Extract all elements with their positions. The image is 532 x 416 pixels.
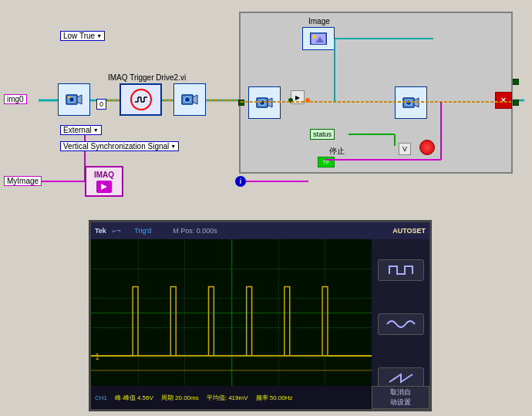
status-area: → status [310,129,322,140]
v-indicator: V [399,143,411,155]
status-box: status [310,129,335,140]
osc-trigger-status: Trig'd [134,227,151,235]
osc-bottom-bar: CH1 峰-峰值 4.56V 周期 20.00ms 平均值: 419mV 频率 … [91,386,372,409]
img0-label: img0 [4,94,27,104]
camera-block-2 [173,83,206,116]
osc-peak-peak: 峰-峰值 4.56V [115,394,153,402]
tf-indicator: TF [318,157,335,167]
osc-header: Tek ⌐¬ Trig'd M Pos: 0.000s AUTOSET [91,222,429,239]
osc-position: M Pos: 0.000s [173,227,217,235]
osc-waveform-svg: 1 [91,239,372,386]
osc-screen: 1 [91,239,372,386]
oscilloscope-display: Tek ⌐¬ Trig'd M Pos: 0.000s AUTOSET [89,220,432,411]
osc-autoset-label: AUTOSET [392,227,426,235]
svg-marker-37 [268,98,272,107]
loop-panel: Image ▶ [239,12,513,174]
image-display-block [302,27,335,50]
play-dot-left [288,98,293,103]
imaq-block: IMAQ [85,166,123,197]
external-dropdown[interactable]: External [60,125,102,135]
svg-point-34 [312,35,316,39]
svg-marker-30 [193,95,197,104]
info-icon: i [235,176,246,187]
low-true-dropdown[interactable]: Low True [60,31,105,41]
osc-square-wave-btn[interactable] [378,259,424,281]
svg-marker-19 [77,95,82,104]
camera-block-1 [58,83,90,116]
trigger-circle [130,89,152,110]
loop-terminal-right-2 [513,79,519,85]
osc-channel-label: Tek [95,227,106,235]
play-dot-right [305,98,310,103]
trigger-vi-block [120,83,162,116]
zero-indicator: 0 [96,99,106,110]
svg-point-36 [260,100,265,106]
osc-freq: 频率 50.00Hz [256,394,293,402]
osc-right-panel [372,239,429,409]
svg-text:1: 1 [95,352,99,362]
stop-label: 停止 [329,146,345,157]
osc-period: 周期 20.00ms [161,394,199,402]
block-diagram: img0 Low True IMAQ Trigger Drive2.vi 0 [0,0,532,216]
image-label: Image [308,17,330,25]
osc-sine-wave-btn[interactable] [378,313,424,335]
vertical-sync-dropdown[interactable]: Vertical Synchronization Signal [60,141,179,151]
svg-marker-31 [101,184,107,190]
osc-waveform-icon: ⌐¬ [113,227,121,235]
svg-point-29 [185,97,190,103]
osc-ch1-label: CH1 [95,394,107,401]
svg-rect-20 [68,96,70,98]
record-button[interactable] [419,140,435,155]
loop-terminal-right-1 [513,100,519,106]
stop-x-button[interactable]: ✕ [495,92,512,109]
my-image-label: MyImage [4,176,42,186]
autoset-cancel-button[interactable]: 取消自 动设置 [372,386,429,409]
camera-block-4 [395,86,427,119]
loop-terminal-left-1 [238,100,244,106]
osc-avg: 平均值: 419mV [207,394,248,402]
camera-block-loop [248,86,281,119]
play-button[interactable]: ▶ [291,90,305,104]
inner-wires [241,13,511,172]
vi-title-label: IMAQ Trigger Drive2.vi [108,73,186,82]
svg-point-39 [406,100,412,106]
